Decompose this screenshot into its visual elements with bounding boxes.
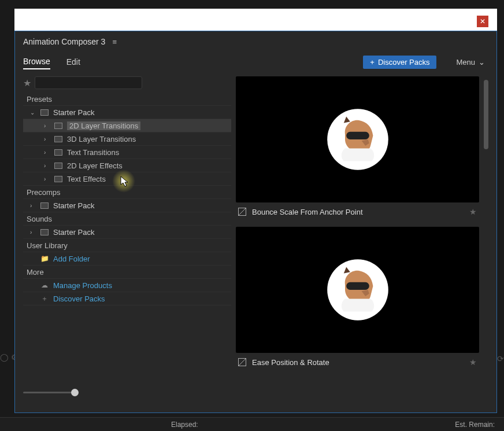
folder-icon bbox=[40, 229, 49, 235]
chevron-right-icon: › bbox=[44, 163, 50, 169]
preset-card[interactable]: Bounce Scale From Anchor Point ★ bbox=[236, 76, 479, 221]
preset-thumbnail bbox=[236, 227, 479, 353]
chevron-right-icon: › bbox=[44, 176, 50, 182]
favorite-star-icon[interactable]: ★ bbox=[469, 358, 477, 367]
cloud-download-icon: ☁ bbox=[40, 281, 49, 289]
tree-section-more[interactable]: More bbox=[23, 266, 231, 279]
preview-area: Bounce Scale From Anchor Point ★ bbox=[236, 76, 488, 388]
favorite-star-icon[interactable]: ★ bbox=[469, 207, 477, 216]
panel-title: Animation Composer 3 bbox=[23, 37, 105, 46]
tab-browse[interactable]: Browse bbox=[23, 54, 50, 69]
folder-icon bbox=[54, 163, 62, 169]
scrollbar[interactable] bbox=[484, 80, 488, 149]
chevron-right-icon: › bbox=[30, 229, 36, 235]
preset-card[interactable]: Ease Position & Rotate ★ bbox=[236, 227, 479, 371]
svg-rect-1 bbox=[346, 132, 369, 139]
preset-title: Bounce Scale From Anchor Point bbox=[252, 208, 464, 216]
content-area: ★ 🔍 Presets ⌄ Starter Pack › bbox=[15, 76, 496, 388]
tree-item-add-folder[interactable]: › 📁 Add Folder bbox=[23, 252, 231, 266]
tree-item-2d-layer-effects[interactable]: › 2D Layer Effects bbox=[23, 159, 231, 172]
favorites-star-icon[interactable]: ★ bbox=[23, 78, 31, 89]
tree-item-text-transitions[interactable]: › Text Transitions bbox=[23, 146, 231, 159]
status-remain: Est. Remain: bbox=[455, 421, 495, 429]
thumbnail-size-slider[interactable] bbox=[23, 392, 75, 393]
tree-item-text-effects[interactable]: › Text Effects bbox=[23, 172, 231, 186]
chevron-right-icon: › bbox=[44, 149, 50, 156]
chevron-down-icon: ⌄ bbox=[479, 58, 485, 67]
tree-item-starter-pack-sounds[interactable]: › Starter Pack bbox=[23, 226, 231, 239]
tree-section-user-library[interactable]: User Library bbox=[23, 239, 231, 252]
preset-caption: Bounce Scale From Anchor Point ★ bbox=[236, 202, 479, 221]
close-icon: ✕ bbox=[480, 17, 486, 25]
search-row: ★ 🔍 bbox=[23, 76, 231, 89]
discover-packs-button[interactable]: + Discover Packs bbox=[363, 56, 436, 69]
thumbnail-size-slider-row bbox=[15, 388, 496, 399]
preset-type-icon bbox=[238, 358, 246, 366]
tree-item-discover-packs[interactable]: › ＋ Discover Packs bbox=[23, 292, 231, 305]
plus-icon: ＋ bbox=[40, 294, 49, 303]
tree-section-presets[interactable]: Presets bbox=[23, 93, 231, 106]
chevron-right-icon: › bbox=[30, 202, 36, 209]
tree-item-manage-products[interactable]: › ☁ Manage Products bbox=[23, 279, 231, 292]
tree-item-2d-layer-transitions[interactable]: › 2D Layer Transitions bbox=[23, 119, 231, 132]
folder-icon bbox=[40, 109, 49, 116]
preset-title: Ease Position & Rotate bbox=[252, 358, 464, 367]
close-button[interactable]: ✕ bbox=[477, 16, 488, 27]
tree-item-starter-pack-precomps[interactable]: › Starter Pack bbox=[23, 199, 231, 212]
folder-icon bbox=[54, 149, 62, 156]
search-input[interactable] bbox=[35, 76, 142, 89]
tree-section-sounds[interactable]: Sounds bbox=[23, 212, 231, 226]
folder-icon bbox=[54, 176, 62, 182]
chevron-right-icon: › bbox=[44, 123, 50, 129]
preset-caption: Ease Position & Rotate ★ bbox=[236, 353, 479, 371]
tree-item-3d-layer-transitions[interactable]: › 3D Layer Transitions bbox=[23, 132, 231, 146]
slider-handle[interactable] bbox=[71, 389, 79, 396]
add-folder-icon: 📁 bbox=[40, 255, 49, 263]
preset-type-icon bbox=[238, 208, 246, 216]
chevron-down-icon: ⌄ bbox=[30, 109, 36, 116]
folder-icon bbox=[40, 202, 49, 209]
mascot-icon bbox=[326, 258, 390, 322]
tree-view: Presets ⌄ Starter Pack › 2D Layer Transi… bbox=[23, 93, 231, 388]
mascot-icon bbox=[326, 108, 390, 171]
plus-icon: + bbox=[370, 58, 375, 67]
titlebar: Animation Composer 3 ≡ bbox=[15, 31, 496, 52]
status-bar: Elapsed: Est. Remain: bbox=[0, 417, 504, 431]
tab-edit[interactable]: Edit bbox=[66, 55, 80, 69]
main-toolbar: Browse Edit + Discover Packs Menu ⌄ bbox=[15, 52, 496, 76]
animation-composer-panel: Animation Composer 3 ≡ Browse Edit + Dis… bbox=[14, 31, 497, 413]
folder-icon bbox=[54, 123, 62, 129]
preset-thumbnail bbox=[236, 76, 479, 202]
chevron-right-icon: › bbox=[44, 136, 50, 142]
tree-item-starter-pack-presets[interactable]: ⌄ Starter Pack bbox=[23, 106, 231, 119]
folder-icon bbox=[54, 136, 62, 142]
menu-dropdown[interactable]: Menu ⌄ bbox=[453, 56, 488, 69]
sidebar: ★ 🔍 Presets ⌄ Starter Pack › bbox=[23, 76, 231, 388]
status-elapsed: Elapsed: bbox=[171, 421, 198, 429]
background-toolbar-right: ⟳ bbox=[497, 354, 504, 363]
panel-menu-icon[interactable]: ≡ bbox=[112, 38, 117, 46]
svg-rect-3 bbox=[346, 282, 369, 290]
tree-section-precomps[interactable]: Precomps bbox=[23, 186, 231, 199]
preview-scroll[interactable]: Bounce Scale From Anchor Point ★ bbox=[236, 76, 488, 388]
